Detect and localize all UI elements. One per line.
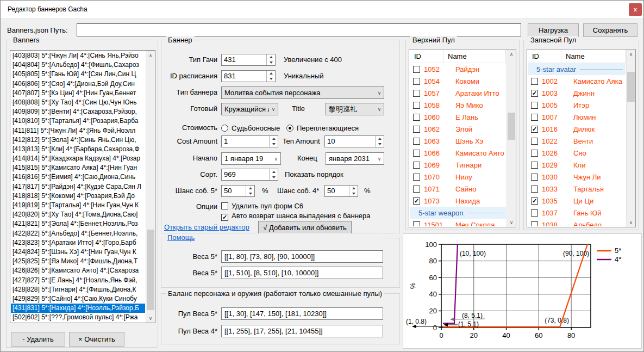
banners-scrollbar[interactable]: ∧ ∨ (146, 51, 155, 323)
pool-row[interactable]: 1057Аратаки Итто (410, 87, 506, 99)
sort-spinner[interactable]: 969 (221, 169, 278, 181)
banner-list-item[interactable]: [423|823] 5*:[Аратаки Итто] 4*:[Горо,Бар… (11, 238, 145, 248)
spinner-arrows-icon[interactable] (266, 71, 275, 82)
pool-row[interactable]: ✓1035Ци Ци (528, 195, 626, 207)
banner-list-item[interactable]: [428|828] 5*:[Тигнари] 4*:[Фишль,Диона,К (11, 285, 145, 294)
pool-row[interactable]: 1058Яэ Мико (410, 99, 506, 111)
pool-row[interactable]: 1026Сяо (528, 147, 626, 159)
banner-list-item[interactable]: [404|804] 5*:[Альбедо] 4*:[Фишль,Сахароз (11, 60, 145, 70)
banner-list-item[interactable]: [409|809] 5*:[Венти] 4*:[Сахароза,Рэйзор… (11, 107, 145, 116)
banner-list-item[interactable]: [417|817] 5*:[Райдэн] 4*:[Кудзё Сара,Сян… (11, 182, 145, 192)
pool-row[interactable]: 1071Сайно (410, 183, 506, 195)
option-remove-c6-checkbox[interactable]: Удалить пул форм С6 (221, 201, 303, 211)
checkbox-icon[interactable] (413, 126, 420, 133)
banner-list-item[interactable]: [418|818] 5*:[Кокоми] 4*:[Розария,Бэй До (11, 192, 145, 201)
prefab-select[interactable]: Кружащийся л ∨ (221, 103, 278, 115)
weights5b-input[interactable] (221, 267, 383, 279)
checkbox-icon[interactable] (413, 138, 420, 145)
cost-amount-spinner[interactable]: 1 (221, 135, 278, 147)
checkbox-checked-icon[interactable]: ✓ (531, 90, 538, 97)
checkbox-icon[interactable] (531, 209, 538, 217)
checkbox-checked-icon[interactable]: ✓ (413, 197, 420, 205)
banner-list-item[interactable]: [425|825] 5*:[Яэ Мико] 4*:[Фишль,Диона,Т (11, 257, 145, 266)
pool-row[interactable]: 1070Нилу (410, 171, 506, 183)
pool-row[interactable]: 1033Тарталья (528, 183, 626, 195)
checkbox-icon[interactable] (413, 102, 420, 109)
pool-row[interactable]: 1060Е Лань (410, 111, 506, 123)
banner-list-item[interactable]: [403|803] 5*:[Чжун Ли] 4*:[Синь Янь,Рэйз… (11, 51, 145, 60)
banner-list-item[interactable]: [419|819] 5*:[Тарталья] 4*:[Нин Гуан,Чун… (11, 201, 145, 210)
pool-row[interactable]: 1066Камисато Аято (410, 147, 506, 159)
delete-banner-button[interactable]: - Удалить (11, 332, 65, 347)
spinner-arrows-icon[interactable] (269, 136, 278, 147)
column-name[interactable]: Name (561, 50, 626, 63)
checkbox-icon[interactable] (413, 90, 420, 97)
checkbox-icon[interactable] (531, 102, 538, 109)
checkbox-icon[interactable] (413, 150, 420, 157)
reserve-pool-scrollbar-thumb[interactable] (627, 72, 635, 102)
banner-list-item[interactable]: [426|826] 5*:[Камисато Аято] 4*:[Сахароз… (11, 266, 145, 275)
gacha-type-spinner[interactable]: 431 (221, 54, 276, 66)
pool-row[interactable]: ✓1073Нахида (410, 195, 506, 207)
banner-list-item[interactable]: [407|807] 5*:[Кэ Цин] 4*:[Нин Гуан,Бенне… (11, 89, 145, 98)
pool-row[interactable]: 1052Райдэн (410, 63, 506, 75)
option-auto-return-checkbox[interactable]: ✓Авто возврат шанса выпадения с баннера (221, 211, 371, 221)
checkbox-checked-icon[interactable]: ✓ (531, 197, 538, 205)
banner-list-item[interactable]: [411|811] 5*:[Чжун Ли] 4*:[Янь Фэй,Ноэлл (11, 126, 145, 135)
checkbox-icon[interactable] (531, 186, 538, 193)
banner-list-item[interactable]: [406|806] 5*:[Сяо] 4*:[Диона,Бэй Доу,Син (11, 79, 145, 89)
checkbox-icon[interactable] (413, 186, 420, 193)
scroll-down-icon[interactable]: ∨ (627, 218, 635, 227)
spinner-arrows-icon[interactable] (375, 136, 384, 147)
checkbox-icon[interactable] (531, 78, 538, 85)
pool-row[interactable]: 1005Итэр (528, 99, 626, 111)
load-button[interactable]: Нагрузка (528, 23, 579, 37)
ten-amount-spinner[interactable]: 10 (324, 135, 384, 147)
banner-list-item[interactable]: [412|812] 5*:[Эола] 4*:[Синь Янь,Син Цю, (11, 135, 145, 145)
checkbox-icon[interactable] (531, 221, 538, 227)
pool-row[interactable]: 1022Венти (528, 135, 626, 147)
spinner-arrows-icon[interactable] (246, 186, 254, 196)
banner-list-item[interactable]: [429|829] 5*:[Сайно] 4*:[Саю,Куки Синобу (11, 294, 145, 304)
column-id[interactable]: ID (410, 50, 443, 63)
banner-list-item[interactable]: [431|831] 5*:[Нахида] 4*:[Ноэлль,Рэйзор,… (11, 304, 145, 313)
banner-type-select[interactable]: Молитва события персонажа ∨ (221, 87, 384, 99)
open-old-editor-link[interactable]: Открыть старый редактор (164, 223, 249, 231)
title-select[interactable]: 黎明巡礼 ∨ (326, 103, 384, 115)
checkbox-icon[interactable] (413, 114, 420, 121)
column-name[interactable]: Name (443, 50, 506, 63)
banner-list-item[interactable]: [413|813] 5*:[Кли] 4*:[Барбара,Сахароза,… (11, 145, 145, 154)
pool-row[interactable]: 1030Чжун Ли (528, 171, 626, 183)
help-link[interactable]: Помощь (166, 233, 383, 242)
checkbox-icon[interactable] (413, 221, 420, 227)
pool-row[interactable]: 1038Альбедо (528, 219, 626, 226)
reserve-pool-scrollbar[interactable]: ∧ ∨ (626, 50, 635, 227)
checkbox-icon[interactable] (531, 150, 538, 157)
banner-list-item[interactable]: [408|808] 5*:[Ху Тао] 4*:[Син Цю,Чун Юнь (11, 98, 145, 107)
checkbox-icon[interactable] (531, 162, 538, 169)
banner-list-item[interactable]: [415|815] 5*:[Камисато Аяка] 4*:[Нин Гуа… (11, 163, 145, 172)
cost-radio-fate[interactable]: Судьбоносные (221, 123, 280, 133)
scroll-up-icon[interactable]: ∧ (146, 51, 155, 60)
banners-scrollbar-thumb[interactable] (147, 230, 154, 310)
banner-list-item[interactable]: [421|821] 5*:[Эола] 4*:[Беннет,Ноэлль,Ро… (11, 219, 145, 229)
clear-banners-button[interactable]: × Очистить (69, 332, 124, 347)
banners-listbox[interactable]: [403|803] 5*:[Чжун Ли] 4*:[Синь Янь,Рэйз… (10, 50, 155, 323)
checkbox-checked-icon[interactable]: ✓ (531, 126, 538, 133)
banner-list-item[interactable]: [422|822] 5*:[Альбедо] 4*:[Беннет,Ноэлль… (11, 229, 145, 238)
pool-row[interactable]: 1007Люмин (528, 111, 626, 123)
end-date-select[interactable]: января 2031 ∨ (326, 152, 384, 165)
close-button[interactable]: x (629, 3, 642, 16)
pool-row[interactable]: 1054Кокоми (410, 75, 506, 87)
add-or-update-button[interactable]: √ Добавить или обновить (258, 221, 352, 234)
spinner-arrows-icon[interactable] (266, 54, 275, 65)
scroll-up-icon[interactable]: ∧ (507, 50, 516, 59)
cost-radio-intertwined[interactable]: Переплетающиеся (286, 123, 359, 133)
checkbox-icon[interactable] (413, 78, 420, 85)
pool-row[interactable]: 1002Камисато Аяка (528, 75, 626, 87)
spinner-arrows-icon[interactable] (349, 186, 358, 196)
chance4-spinner[interactable]: 50 (324, 185, 358, 197)
checkbox-icon[interactable] (413, 174, 420, 181)
pool-row[interactable]: 1029Кли (528, 159, 626, 171)
save-button[interactable]: Сохранять (583, 23, 637, 37)
